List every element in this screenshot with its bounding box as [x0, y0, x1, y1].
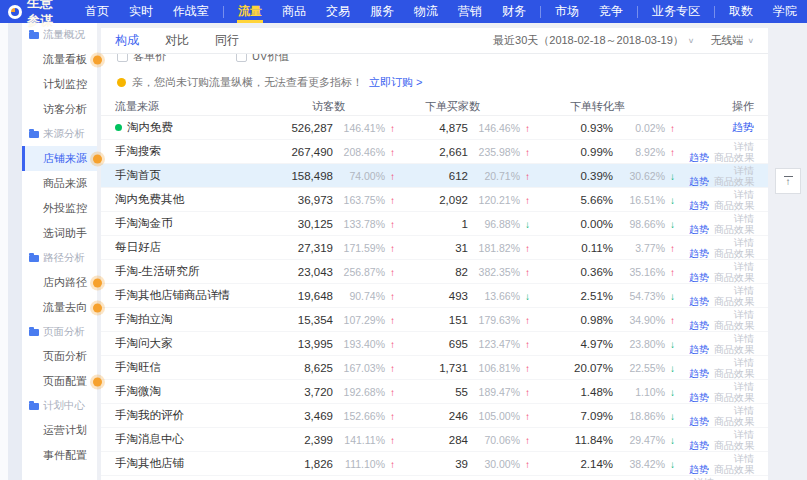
- product-effect-link[interactable]: 商品效果: [714, 176, 754, 187]
- detail-link[interactable]: 详情: [734, 285, 754, 296]
- nav-item-5[interactable]: 商品: [272, 0, 316, 23]
- nav-item-6[interactable]: 交易: [316, 0, 360, 23]
- sidebar-item-店内路径[interactable]: 店内路径: [22, 270, 97, 295]
- sidebar-item-运营计划[interactable]: 运营计划: [22, 418, 97, 443]
- sidebar-item-访客分析[interactable]: 访客分析: [22, 97, 97, 122]
- nav-item-8[interactable]: 物流: [404, 0, 448, 23]
- trend-link[interactable]: 趋势: [689, 440, 709, 451]
- checkbox-icon[interactable]: [117, 54, 128, 62]
- sidebar-item-计划监控[interactable]: 计划监控: [22, 72, 97, 97]
- checkbox-icon[interactable]: [236, 54, 247, 62]
- detail-link[interactable]: 详情: [734, 165, 754, 176]
- nav-item-1[interactable]: 首页: [75, 0, 119, 23]
- table-row-手淘我的评价: 手淘我的评价3,469152.66%↑246105.00%↑7.09%18.86…: [101, 404, 768, 428]
- detail-link[interactable]: 详情: [734, 261, 754, 272]
- product-effect-link[interactable]: 商品效果: [714, 296, 754, 307]
- nav-item-15[interactable]: 学院: [763, 0, 807, 23]
- detail-link[interactable]: 详情: [734, 213, 754, 224]
- metric-value: 284: [449, 434, 468, 446]
- trend-link[interactable]: 趋势: [689, 416, 709, 427]
- product-effect-link[interactable]: 商品效果: [714, 344, 754, 355]
- nav-item-13[interactable]: 业务专区: [642, 0, 710, 23]
- trend-link[interactable]: 趋势: [689, 344, 709, 355]
- product-effect-link[interactable]: 商品效果: [714, 200, 754, 211]
- product-effect-link[interactable]: 商品效果: [714, 248, 754, 259]
- up-arrow-icon: ↑: [385, 387, 395, 398]
- product-effect-link[interactable]: 商品效果: [714, 464, 754, 475]
- notice-text: 亲，您尚未订购流量纵横，无法查看更多指标！: [132, 75, 363, 90]
- tab-构成[interactable]: 构成: [115, 28, 139, 53]
- product-effect-link[interactable]: 商品效果: [714, 392, 754, 403]
- tab-同行[interactable]: 同行: [215, 28, 239, 53]
- product-effect-link[interactable]: 商品效果: [714, 152, 754, 163]
- nav-item-12[interactable]: 竞争: [589, 0, 633, 23]
- sidebar-item-页面分析[interactable]: 页面分析: [22, 344, 97, 369]
- nav-item-14[interactable]: 取数: [719, 0, 763, 23]
- trend-link[interactable]: 趋势: [689, 272, 709, 283]
- table-row-手淘搜索: 手淘搜索267,490208.46%↑2,661235.98%↑0.99%8.9…: [101, 140, 768, 164]
- product-effect-link[interactable]: 商品效果: [714, 272, 754, 283]
- sidebar-item-外投监控[interactable]: 外投监控: [22, 196, 97, 221]
- product-effect-link[interactable]: 商品效果: [714, 440, 754, 451]
- trend-link[interactable]: 趋势: [732, 122, 754, 133]
- nav-item-9[interactable]: 营销: [448, 0, 492, 23]
- traffic-source-name: 淘内免费其他: [115, 192, 265, 207]
- trend-link[interactable]: 趋势: [689, 152, 709, 163]
- detail-link[interactable]: 详情: [734, 189, 754, 200]
- sidebar-item-流量看板[interactable]: 流量看板: [22, 47, 97, 72]
- up-arrow-icon: ↑: [385, 411, 395, 422]
- product-effect-link[interactable]: 商品效果: [714, 224, 754, 235]
- detail-link[interactable]: 详情: [734, 141, 754, 152]
- nav-item-4[interactable]: 流量: [228, 0, 272, 23]
- nav-item-10[interactable]: 财务: [492, 0, 536, 23]
- action-links: 趋势商品效果: [689, 272, 754, 283]
- up-arrow-icon: ↑: [520, 387, 530, 398]
- trend-link[interactable]: 趋势: [689, 392, 709, 403]
- metric-change-pct: 1.10%: [613, 386, 665, 398]
- subscribe-now-link[interactable]: 立即订购 >: [369, 75, 422, 90]
- sidebar-item-商品来源[interactable]: 商品来源: [22, 171, 97, 196]
- action-links: 趋势商品效果: [689, 176, 754, 187]
- metric-change-pct: 152.66%: [333, 410, 385, 422]
- nav-item-2[interactable]: 实时: [119, 0, 163, 23]
- trend-link[interactable]: 趋势: [689, 464, 709, 475]
- trend-link[interactable]: 趋势: [689, 296, 709, 307]
- nav-item-7[interactable]: 服务: [360, 0, 404, 23]
- row-actions: 详情趋势商品效果: [675, 405, 754, 427]
- sidebar-item-事件配置[interactable]: 事件配置: [22, 443, 97, 468]
- sidebar-item-店铺来源[interactable]: 店铺来源: [22, 146, 97, 171]
- trend-link[interactable]: 趋势: [689, 368, 709, 379]
- detail-link[interactable]: 详情: [734, 237, 754, 248]
- detail-link[interactable]: 详情: [734, 357, 754, 368]
- trend-link[interactable]: 趋势: [689, 224, 709, 235]
- detail-link[interactable]: 详情: [734, 333, 754, 344]
- nav-item-11[interactable]: 市场: [545, 0, 589, 23]
- sidebar-collapse-rail[interactable]: [8, 23, 22, 480]
- metric-cell: 30,125133.78%↑: [265, 218, 395, 230]
- tab-对比[interactable]: 对比: [165, 28, 189, 53]
- product-effect-link[interactable]: 商品效果: [714, 416, 754, 427]
- detail-link[interactable]: 详情: [734, 405, 754, 416]
- detail-link[interactable]: 详情: [734, 309, 754, 320]
- metric-checkbox-UV价值[interactable]: UV价值: [236, 54, 289, 64]
- app-brand[interactable]: 生意参谋: [0, 0, 75, 30]
- channel-select[interactable]: 无线端 ∨: [710, 33, 754, 48]
- detail-link[interactable]: 详情: [734, 381, 754, 392]
- detail-link[interactable]: 详情: [734, 429, 754, 440]
- metric-cell: 0.36%35.16%↑: [530, 266, 675, 278]
- trend-link[interactable]: 趋势: [689, 320, 709, 331]
- trend-link[interactable]: 趋势: [689, 248, 709, 259]
- table-row-淘内免费其他: 淘内免费其他36,973163.75%↑2,092120.21%↑5.66%16…: [101, 188, 768, 212]
- date-range-select[interactable]: 最近30天（2018-02-18～2018-03-19） ∨: [493, 33, 694, 48]
- product-effect-link[interactable]: 商品效果: [714, 320, 754, 331]
- detail-link[interactable]: 详情: [734, 453, 754, 464]
- nav-item-3[interactable]: 作战室: [163, 0, 219, 23]
- back-to-top-button[interactable]: ↑: [775, 168, 801, 194]
- product-effect-link[interactable]: 商品效果: [714, 368, 754, 379]
- sidebar-item-流量去向[interactable]: 流量去向: [22, 295, 97, 320]
- trend-link[interactable]: 趋势: [689, 176, 709, 187]
- metric-checkbox-客单价[interactable]: 客单价: [117, 54, 166, 64]
- sidebar-item-选词助手[interactable]: 选词助手: [22, 221, 97, 246]
- sidebar-item-页面配置[interactable]: 页面配置: [22, 369, 97, 394]
- trend-link[interactable]: 趋势: [689, 200, 709, 211]
